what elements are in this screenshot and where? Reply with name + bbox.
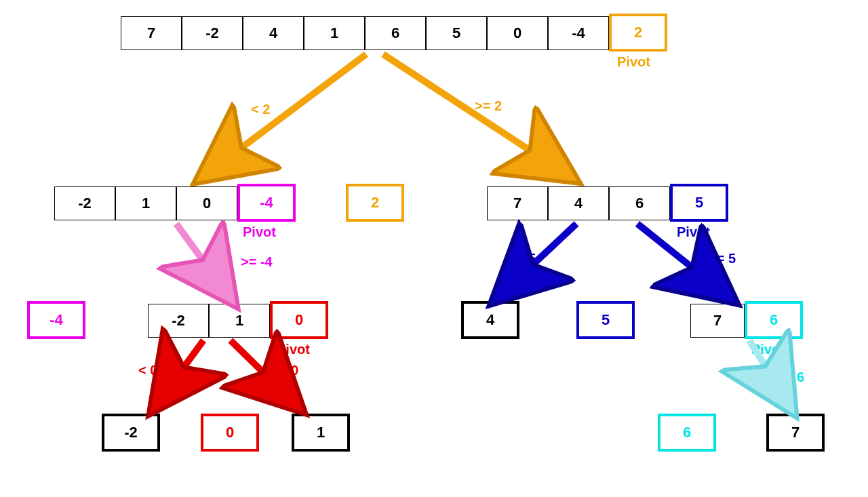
arrow-l1l-right — [176, 224, 231, 298]
l2rc-right-branch-label: >= 6 — [777, 370, 804, 385]
l0-cell-2: 4 — [243, 16, 304, 50]
l1l-pivot: -4 — [237, 184, 296, 222]
l1r-left-branch-label: < 5 — [517, 251, 536, 266]
l0-left-branch-label: < 2 — [251, 102, 270, 117]
l0-cell-7: -4 — [548, 16, 609, 50]
l1r-cell-0: 7 — [487, 186, 548, 220]
arrow-l0-right — [383, 54, 570, 176]
l0-pivot-label: Pivot — [617, 54, 650, 70]
l0-cell-0: 7 — [121, 16, 182, 50]
l1l-cell-0: -2 — [54, 186, 115, 220]
l0-cell-3: 1 — [304, 16, 365, 50]
l2lb-left-branch-label: < 0 — [138, 363, 157, 378]
l0-cell-5: 5 — [426, 16, 487, 50]
l2-magenta-box: -4 — [27, 301, 85, 339]
l3l-b: 0 — [201, 414, 259, 452]
l2lb-cell-1: 1 — [209, 304, 270, 338]
quicksort-diagram: 7 -2 4 1 6 5 0 -4 2 Pivot < 2 >= 2 -2 1 … — [0, 0, 868, 497]
l2lb-pivot: 0 — [270, 301, 328, 339]
l0-cell-6: 0 — [487, 16, 548, 50]
l1r-pivot-label: Pivot — [677, 224, 710, 240]
l0-cell-4: 6 — [365, 16, 426, 50]
l2rc-cell-0: 7 — [690, 304, 745, 338]
l1l-pivot-label: Pivot — [243, 224, 276, 240]
l1l-right-branch-label: >= -4 — [241, 254, 273, 270]
l0-cell-1: -2 — [182, 16, 243, 50]
l1r-cell-1: 4 — [548, 186, 609, 220]
arrow-l0-left — [203, 54, 366, 176]
l2rc-pivot: 6 — [745, 301, 803, 339]
l3r-b: 7 — [766, 414, 825, 452]
l1r-cell-2: 6 — [609, 186, 670, 220]
l0-right-branch-label: >= 2 — [475, 98, 502, 114]
l1-center-box: 2 — [346, 184, 404, 222]
l3l-c: 1 — [292, 414, 350, 452]
arrow-l1r-left — [498, 224, 576, 297]
l0-pivot: 2 — [609, 14, 667, 52]
l1r-pivot: 5 — [670, 184, 728, 222]
l1r-right-branch-label: >= 5 — [709, 251, 736, 266]
l2lb-cell-0: -2 — [148, 304, 209, 338]
arrow-l2lb-left — [156, 340, 203, 405]
l2rc-pivot-label: Pivot — [751, 342, 785, 357]
l2lb-right-branch-label: >= 0 — [271, 363, 298, 378]
l1l-cell-1: 1 — [115, 186, 176, 220]
l3l-a: -2 — [102, 414, 160, 452]
l2ra-box: 4 — [461, 301, 519, 339]
l2lb-pivot-label: Pivot — [277, 342, 310, 357]
l1l-cell-2: 0 — [176, 186, 237, 220]
l2rb-box: 5 — [576, 301, 635, 339]
l3r-a: 6 — [658, 414, 716, 452]
